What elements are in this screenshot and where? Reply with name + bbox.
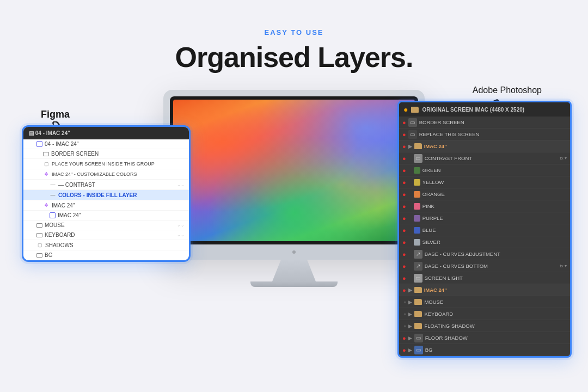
figma-layer-row: BORDER SCREEN bbox=[23, 149, 189, 159]
figma-label: Figma bbox=[41, 109, 70, 120]
ps-layer-row: ● SILVER bbox=[399, 236, 570, 248]
figma-layer-row: BG bbox=[23, 250, 189, 260]
layer-icon: — bbox=[50, 192, 56, 198]
ps-layer-row: ● ▶ ▭ FLOOR SHADOW bbox=[399, 332, 570, 344]
ps-layer-group: ● ▶ IMAC 24" bbox=[399, 140, 570, 152]
figma-layer-row: MOUSE ⌄⌄ bbox=[23, 220, 189, 230]
figma-layer-row: KEYBOARD ⌄⌄ bbox=[23, 230, 189, 240]
figma-layer-row: IMAC 24" bbox=[23, 211, 189, 220]
rect-icon bbox=[36, 223, 42, 228]
ps-layer-row: ● ▶ FLOATING SHADOW bbox=[399, 320, 570, 332]
figma-layer-row: 04 - IMAC 24" bbox=[23, 139, 189, 149]
imac-mockup bbox=[163, 90, 425, 287]
figma-layer-row: ▢ PLACE YOUR SCREEN INSIDE THIS GROUP bbox=[23, 159, 189, 169]
frame-icon bbox=[36, 141, 42, 147]
ps-layer-row: ● ▭ REPLACE THIS SCREEN bbox=[399, 128, 570, 140]
figma-panel: ▤ 04 - IMAC 24" 04 - IMAC 24" BORDER SCR… bbox=[22, 125, 191, 262]
ps-layer-row: ● PINK bbox=[399, 200, 570, 212]
ps-layer-row: ● PURPLE bbox=[399, 212, 570, 224]
rect-icon bbox=[36, 253, 42, 258]
layer-icon: — bbox=[50, 181, 56, 188]
figma-layer-row: ❖ IMAC 24" - CUSTOMIZABLE COLORS bbox=[23, 169, 189, 180]
component-icon: ❖ bbox=[43, 171, 50, 177]
ps-layer-row: ● GREEN bbox=[399, 164, 570, 176]
figma-layer-row: ▢ SHADOWS bbox=[23, 240, 189, 250]
rect-icon bbox=[43, 152, 49, 156]
figma-layer-highlighted: — COLORS - INSIDE FILL LAYER bbox=[23, 190, 189, 200]
group-icon: ▢ bbox=[36, 242, 43, 248]
header: EASY TO USE Organised Layers. bbox=[0, 0, 588, 74]
component-icon: ❖ bbox=[43, 202, 50, 209]
easy-to-use-label: EASY TO USE bbox=[0, 28, 588, 36]
ps-layer-group: ● ▶ IMAC 24" bbox=[399, 284, 570, 296]
ps-layer-row: ● ↗ BASE - CURVES ADJUSTMENT bbox=[399, 248, 570, 260]
content-area: Figma ▤ 04 - IMAC 24" 04 - IMAC 24" BORD… bbox=[0, 79, 588, 384]
ps-layer-row: ● ORANGE bbox=[399, 188, 570, 200]
figma-panel-header: ▤ 04 - IMAC 24" bbox=[23, 127, 189, 139]
figma-layer-row: ❖ IMAC 24" bbox=[23, 200, 189, 211]
ps-layer-row: ● ▶ KEYBOARD bbox=[399, 308, 570, 320]
ps-layer-row: ● ▭ SCREEN LIGHT bbox=[399, 272, 570, 284]
ps-layer-row: ● ▭ BORDER SCREEN bbox=[399, 117, 570, 128]
ps-layer-row: ● ↗ BASE - CURVES BOTTOM fx ▾ bbox=[399, 260, 570, 272]
ps-layer-row: ● BLUE bbox=[399, 224, 570, 236]
figma-layer-row: — — CONTRAST ⌄⌄ bbox=[23, 180, 189, 190]
main-title: Organised Layers. bbox=[0, 41, 588, 74]
frame-icon bbox=[50, 212, 56, 218]
photoshop-panel: ● ORIGINAL SCREEN IMAC (4480 X 2520) ● ▭… bbox=[397, 101, 572, 358]
group-icon: ▢ bbox=[43, 161, 50, 167]
ps-folder-icon bbox=[411, 107, 419, 113]
rect-icon bbox=[36, 233, 42, 237]
ps-layer-row: ● ▶ MOUSE bbox=[399, 296, 570, 308]
ps-panel-header: ● ORIGINAL SCREEN IMAC (4480 X 2520) bbox=[399, 102, 570, 117]
ps-layer-row: ● ▶ ▭ BG bbox=[399, 344, 570, 356]
photoshop-label: Adobe Photoshop bbox=[473, 85, 542, 95]
ps-layer-row: ● YELLOW bbox=[399, 176, 570, 188]
ps-layer-row: ● ▭ CONTRAST FRONT fx ▾ bbox=[399, 152, 570, 164]
